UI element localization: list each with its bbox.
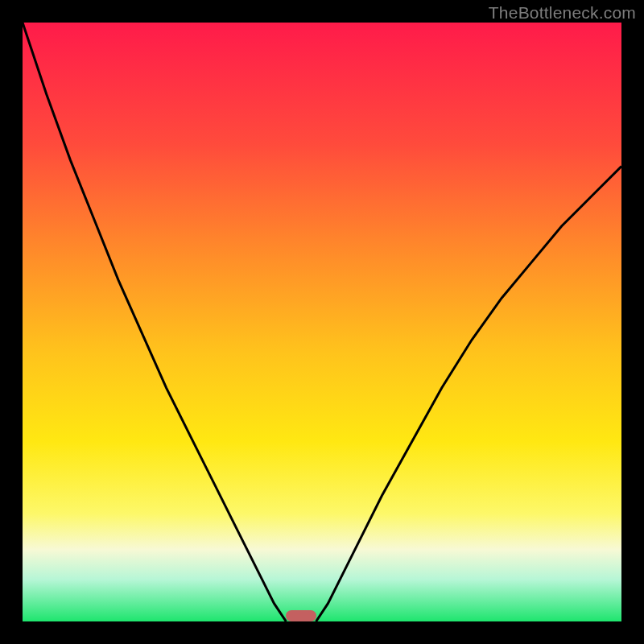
watermark-text: TheBottleneck.com: [489, 3, 636, 23]
curve-right: [316, 167, 621, 621]
bottleneck-curve: [23, 23, 621, 621]
curve-left: [23, 23, 286, 621]
chart-frame: TheBottleneck.com: [0, 0, 644, 644]
plot-area: [23, 23, 621, 621]
optimal-marker: [286, 610, 316, 621]
